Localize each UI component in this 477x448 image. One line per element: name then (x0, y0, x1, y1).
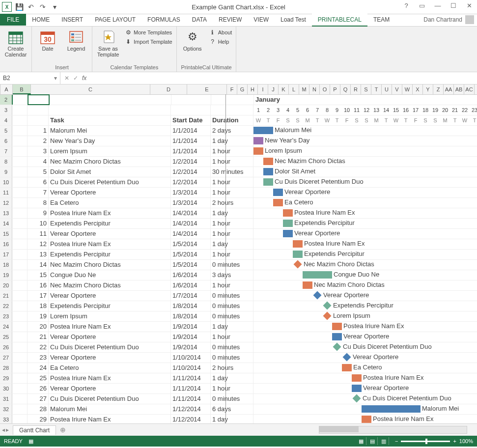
task-start-date[interactable]: 1/10/2014 (171, 363, 211, 373)
column-header[interactable]: N (309, 84, 320, 94)
row-header[interactable]: 13 (0, 208, 12, 218)
column-header[interactable]: M (299, 84, 309, 94)
task-number[interactable]: 28 (28, 404, 49, 414)
row-header[interactable]: 16 (0, 239, 12, 249)
ribbon-tab-file[interactable]: FILE (0, 14, 26, 26)
ribbon-tab-team[interactable]: TEAM (367, 14, 395, 26)
column-header[interactable]: Y (423, 84, 433, 94)
task-start-date[interactable]: 1/11/2014 (171, 384, 211, 393)
column-header[interactable]: X (413, 84, 423, 94)
spreadsheet-grid[interactable]: ABCDEFGHIJKLMNOPQRSTUVWXYZAAABACA 2Janua… (0, 84, 477, 423)
task-name[interactable]: Postea Iriure Nam Ex (49, 415, 171, 423)
row-header[interactable]: 3 (0, 105, 12, 115)
task-number[interactable]: 13 (28, 250, 49, 259)
sheet-nav-first-icon[interactable]: ◂ (2, 426, 5, 433)
ribbon-tab-insert[interactable]: INSERT (56, 14, 89, 26)
task-duration[interactable]: 1 hour (211, 157, 253, 167)
task-start-date[interactable]: 1/1/2014 (171, 136, 211, 146)
normal-view-icon[interactable]: ▦ (356, 437, 366, 445)
task-number[interactable]: 1 (28, 126, 49, 136)
row-header[interactable]: 8 (0, 157, 12, 167)
cell[interactable] (12, 157, 28, 167)
cell[interactable] (12, 373, 28, 383)
task-number[interactable]: 12 (28, 239, 49, 249)
row-header[interactable]: 20 (0, 280, 12, 290)
task-duration[interactable]: 3 days (211, 270, 253, 280)
row-header[interactable]: 4 (0, 115, 12, 125)
task-name[interactable]: Nec Mazim Choro Dictas (49, 260, 171, 270)
task-number[interactable]: 10 (28, 219, 49, 228)
task-duration[interactable]: 1 hour (211, 384, 253, 393)
row-header[interactable]: 18 (0, 260, 12, 270)
task-start-date[interactable]: 1/4/2014 (171, 219, 211, 228)
task-name[interactable]: Lorem Ipsum (49, 311, 171, 321)
column-header[interactable]: I (258, 84, 268, 94)
column-header[interactable]: W (402, 84, 413, 94)
column-header[interactable]: U (382, 84, 392, 94)
cancel-formula-icon[interactable]: ✕ (64, 75, 69, 82)
column-header[interactable]: AC (464, 84, 475, 94)
cell[interactable] (13, 95, 28, 105)
task-name[interactable]: Lorem Ipsum (49, 146, 171, 156)
macro-record-icon[interactable]: ▦ (28, 438, 33, 445)
ribbon-tab-page-layout[interactable]: PAGE LAYOUT (89, 14, 141, 26)
task-start-date[interactable]: 1/10/2014 (171, 353, 211, 363)
task-start-date[interactable]: 1/9/2014 (171, 332, 211, 342)
cell[interactable] (49, 95, 171, 105)
horizontal-scrollbar[interactable] (319, 426, 467, 434)
task-start-date[interactable]: 1/5/2014 (171, 260, 211, 270)
enter-formula-icon[interactable]: ✓ (73, 75, 78, 82)
cell[interactable] (12, 105, 28, 115)
task-number[interactable]: 6 (28, 177, 49, 187)
row-header[interactable]: 33 (0, 415, 12, 423)
cell[interactable] (12, 301, 28, 311)
task-start-date[interactable]: 1/6/2014 (171, 280, 211, 290)
task-duration[interactable]: 1 hour (211, 280, 253, 290)
insert-date-button[interactable]: 30 Date (34, 28, 61, 53)
cell[interactable] (12, 219, 28, 228)
row-header[interactable]: 6 (0, 136, 12, 146)
page-break-view-icon[interactable]: ▥ (379, 437, 389, 445)
task-number[interactable]: 15 (28, 270, 49, 280)
row-header[interactable]: 19 (0, 270, 12, 280)
cell[interactable] (211, 95, 254, 105)
cell[interactable] (12, 415, 28, 423)
task-number[interactable]: 24 (28, 363, 49, 373)
task-name[interactable]: Verear Oportere (49, 188, 171, 197)
row-header[interactable]: 27 (0, 353, 12, 363)
column-header[interactable]: H (248, 84, 258, 94)
column-header[interactable]: T (371, 84, 382, 94)
row-header[interactable]: 7 (0, 146, 12, 156)
column-header[interactable]: R (351, 84, 361, 94)
help-icon[interactable]: ? (398, 0, 414, 11)
cell[interactable] (12, 167, 28, 177)
cell[interactable] (12, 270, 28, 280)
ribbon-options-icon[interactable]: ▭ (414, 0, 430, 11)
task-start-date[interactable]: 1/1/2014 (171, 146, 211, 156)
task-name[interactable]: Expetendis Percipitur (49, 301, 171, 311)
cell[interactable] (12, 177, 28, 187)
column-header[interactable]: C (31, 84, 150, 94)
cell[interactable] (12, 260, 28, 270)
column-header[interactable]: V (392, 84, 402, 94)
row-header[interactable]: 12 (0, 198, 12, 208)
task-start-date[interactable]: 1/8/2014 (171, 301, 211, 311)
header-start-date[interactable]: Start Date (171, 115, 211, 125)
task-number[interactable]: 27 (28, 394, 49, 404)
task-number[interactable]: 5 (28, 167, 49, 177)
task-name[interactable]: Expetendis Percipitur (49, 250, 171, 259)
task-duration[interactable]: 1 day (211, 373, 253, 383)
ribbon-tab-formulas[interactable]: FORMULAS (141, 14, 186, 26)
cell[interactable] (12, 239, 28, 249)
row-header[interactable]: 29 (0, 373, 12, 383)
maximize-icon[interactable]: ☐ (446, 0, 461, 11)
cell[interactable] (12, 126, 28, 136)
task-start-date[interactable]: 1/1/2014 (171, 126, 211, 136)
task-number[interactable]: 25 (28, 373, 49, 383)
task-number[interactable]: 22 (28, 342, 49, 352)
cell[interactable] (12, 198, 28, 208)
task-duration[interactable]: 1 hour (211, 229, 253, 239)
task-start-date[interactable]: 1/3/2014 (171, 188, 211, 197)
column-header[interactable]: F (227, 84, 237, 94)
row-header[interactable]: 10 (0, 177, 12, 187)
